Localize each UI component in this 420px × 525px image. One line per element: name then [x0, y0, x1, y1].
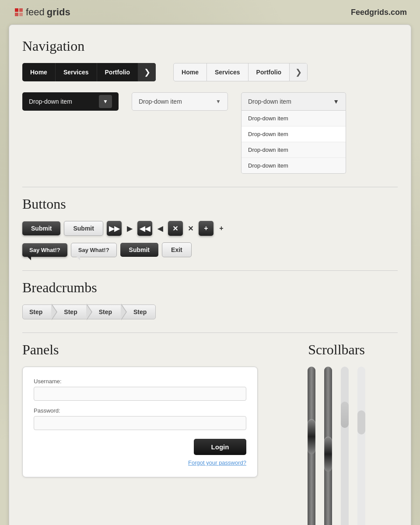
scrollbar-light-2-track — [357, 367, 365, 525]
nav-light-services[interactable]: Services — [207, 63, 248, 81]
say-what-dark-button[interactable]: Say What!? — [22, 243, 67, 257]
buttons-row-1: Submit Submit ▶▶ ▶ ◀◀ ◀ ✕ ✕ + + — [22, 221, 398, 236]
dropdown-item-2[interactable]: Drop-down item — [242, 126, 346, 142]
nav-bars-row: Home Services Portfolio ❯ Home Services … — [22, 63, 398, 81]
submit-light-button[interactable]: Submit — [64, 221, 103, 236]
dropdown-open-header[interactable]: Drop-down item ▼ — [241, 92, 346, 111]
dropdowns-row: Drop-down item ▼ Drop-down item ▼ Drop-d… — [22, 92, 398, 174]
scrollbar-light-2[interactable] — [357, 367, 365, 525]
svg-rect-0 — [15, 8, 18, 12]
divider-2 — [22, 270, 398, 271]
close-dark-button[interactable]: ✕ — [168, 221, 183, 236]
scrollbars-title: Scrollbars — [275, 342, 398, 358]
scrollbar-dark-1-thumb — [308, 419, 315, 454]
nav-dark-home[interactable]: Home — [22, 63, 56, 81]
nav-dark-services[interactable]: Services — [56, 63, 97, 81]
scrollbars-section: Scrollbars — [275, 342, 398, 525]
svg-rect-1 — [19, 8, 23, 12]
scrollbars-container — [275, 367, 398, 525]
dropdown-item-4[interactable]: Drop-down item — [242, 158, 346, 173]
breadcrumbs-section: Breadcrumbs Step Step Step Step — [22, 280, 398, 319]
navigation-title: Navigation — [22, 38, 398, 54]
nav-dark-arrow[interactable]: ❯ — [138, 63, 156, 81]
nav-light-home[interactable]: Home — [174, 63, 207, 81]
exit-button[interactable]: Exit — [162, 242, 192, 257]
username-input[interactable] — [34, 387, 246, 401]
password-input[interactable] — [34, 416, 246, 430]
dropdown-open-list: Drop-down item Drop-down item Drop-down … — [241, 111, 346, 174]
dropdown-medium-label: Drop-down item — [139, 98, 182, 105]
divider-1 — [22, 187, 398, 187]
header-domain: Feedgrids.com — [351, 8, 407, 17]
nav-light-arrow[interactable]: ❯ — [290, 63, 307, 81]
breadcrumbs-title: Breadcrumbs — [22, 280, 398, 296]
submit-speech-button[interactable]: Submit — [120, 243, 158, 257]
scrollbar-light-1[interactable] — [341, 367, 349, 525]
panels-section: Panels Username: Password: Login Forgot … — [22, 342, 258, 477]
breadcrumbs-row: Step Step Step Step — [22, 304, 398, 319]
dropdown-item-1[interactable]: Drop-down item — [242, 111, 346, 126]
dropdown-medium[interactable]: Drop-down item ▼ — [132, 92, 228, 111]
logo-feed-text: feed — [26, 7, 45, 18]
svg-rect-3 — [19, 13, 23, 16]
login-panel: Username: Password: Login Forgot your pa… — [22, 367, 258, 477]
nav-dark-portfolio[interactable]: Portfolio — [97, 63, 139, 81]
username-label: Username: — [34, 378, 246, 385]
navigation-section: Navigation Home Services Portfolio ❯ Hom… — [22, 38, 398, 174]
divider-3 — [22, 332, 398, 333]
scrollbar-dark-2-thumb — [324, 437, 332, 472]
main-container: Navigation Home Services Portfolio ❯ Hom… — [9, 24, 411, 525]
back-plain-button[interactable]: ◀ — [156, 221, 164, 236]
scrollbar-light-2-thumb — [357, 410, 365, 434]
logo: feedgrids — [13, 7, 70, 18]
buttons-row-2: Say What!? Say What!? Submit Exit — [22, 242, 398, 257]
header: feedgrids Feedgrids.com — [0, 0, 420, 24]
logo-grids-text: grids — [47, 7, 70, 18]
dropdown-open-arrow-icon: ▼ — [333, 98, 339, 105]
scrollbar-light-1-thumb — [341, 402, 349, 428]
dropdown-open-container: Drop-down item ▼ Drop-down item Drop-dow… — [241, 92, 346, 174]
dropdown-dark-label: Drop-down item — [29, 98, 72, 105]
nav-dark: Home Services Portfolio ❯ — [22, 63, 156, 81]
logo-icon — [14, 7, 24, 17]
nav-light: Home Services Portfolio ❯ — [173, 63, 308, 81]
buttons-title: Buttons — [22, 196, 398, 212]
dropdown-open-label: Drop-down item — [248, 98, 291, 105]
nav-light-portfolio[interactable]: Portfolio — [248, 63, 290, 81]
breadcrumb-step-1[interactable]: Step — [22, 304, 52, 319]
buttons-section: Buttons Submit Submit ▶▶ ▶ ◀◀ ◀ ✕ ✕ + + … — [22, 196, 398, 257]
two-col-layout: Panels Username: Password: Login Forgot … — [22, 342, 398, 525]
dropdown-dark-arrow-icon: ▼ — [99, 95, 112, 108]
svg-rect-2 — [15, 13, 18, 16]
back-dark-button[interactable]: ◀◀ — [137, 221, 152, 236]
username-group: Username: — [34, 378, 246, 401]
add-dark-button[interactable]: + — [199, 221, 214, 236]
add-plain-button[interactable]: + — [217, 221, 226, 236]
password-group: Password: — [34, 407, 246, 430]
dropdown-item-3[interactable]: Drop-down item — [242, 142, 346, 158]
forward-plain-button[interactable]: ▶ — [125, 221, 134, 236]
scrollbar-dark-1[interactable] — [308, 367, 315, 525]
forgot-password-link[interactable]: Forgot your password? — [34, 459, 246, 466]
close-plain-button[interactable]: ✕ — [186, 221, 195, 236]
login-button[interactable]: Login — [194, 439, 246, 455]
dropdown-medium-arrow-icon: ▼ — [216, 98, 221, 105]
forward-fast-dark-button[interactable]: ▶▶ — [107, 221, 122, 236]
scrollbar-dark-2[interactable] — [324, 367, 332, 525]
submit-dark-button[interactable]: Submit — [22, 221, 60, 235]
dropdown-dark[interactable]: Drop-down item ▼ — [22, 92, 119, 111]
scrollbar-light-1-track — [341, 367, 349, 525]
say-what-light-button[interactable]: Say What!? — [71, 243, 117, 257]
panels-title: Panels — [22, 342, 258, 358]
password-label: Password: — [34, 407, 246, 414]
